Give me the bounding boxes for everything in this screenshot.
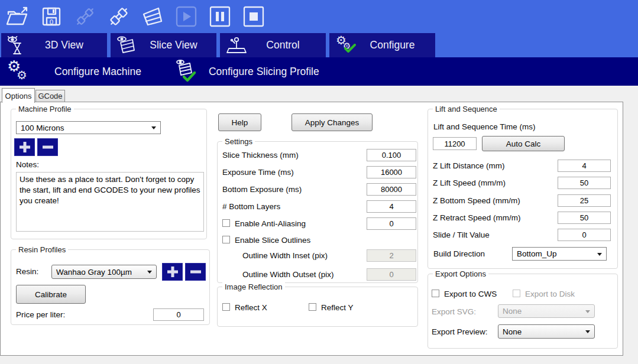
subnav-label: Configure Slicing Profile bbox=[209, 66, 319, 78]
resin-profiles-group: Resin Profiles Resin: Wanhao Gray 100µm … bbox=[11, 249, 210, 325]
z-retract-speed-label: Z Retract Speed (mm/m) bbox=[433, 213, 521, 222]
export-preview-label: Export Preview: bbox=[432, 327, 488, 336]
bottom-exposure-input[interactable] bbox=[367, 183, 416, 196]
chevron-down-icon bbox=[585, 310, 590, 313]
export-to-disk-label: Export to Disk bbox=[525, 290, 575, 298]
settings-group: Settings Slice Thickness (mm) Exposure T… bbox=[217, 141, 418, 283]
selected-resin: Wanhao Gray 100µm bbox=[56, 268, 132, 277]
z-retract-speed-input[interactable] bbox=[558, 212, 611, 224]
tab-gcode[interactable]: GCode bbox=[35, 90, 65, 102]
slice-icon[interactable] bbox=[140, 4, 166, 29]
save-icon[interactable]: 0 bbox=[38, 4, 64, 29]
subnav-configure-machine[interactable]: ⚙ ⚙ Configure Machine bbox=[7, 58, 141, 84]
chevron-down-icon bbox=[585, 330, 590, 333]
outline-inset-row: Outline Width Inset (pix) bbox=[222, 249, 413, 262]
bottom-exposure-row: Bottom Exposure (ms) bbox=[222, 183, 413, 196]
outline-inset-input bbox=[367, 249, 416, 262]
calibrate-button[interactable]: Calibrate bbox=[16, 285, 86, 304]
tab-options[interactable]: Options bbox=[2, 88, 35, 103]
exposure-time-input[interactable] bbox=[367, 166, 416, 178]
reflect-x-label: Reflect X bbox=[235, 303, 267, 312]
z-lift-speed-input[interactable] bbox=[558, 177, 611, 189]
z-retract-speed-row: Z Retract Speed (mm/m) bbox=[433, 212, 613, 225]
reflect-y-checkbox[interactable] bbox=[309, 303, 316, 311]
subnav-label: Configure Machine bbox=[54, 66, 141, 78]
build-direction-select[interactable]: Bottom_Up bbox=[512, 247, 607, 261]
slice-thickness-input[interactable] bbox=[367, 149, 416, 161]
machine-profile-group: Machine Profile 100 Microns Notes: Use t… bbox=[11, 109, 207, 239]
selected-machine-profile: 100 Microns bbox=[21, 124, 64, 132]
stop-icon[interactable] bbox=[241, 4, 267, 29]
subnav-configure-slicing-profile[interactable]: Configure Slicing Profile bbox=[174, 58, 319, 84]
tab-label: Control bbox=[266, 39, 299, 51]
z-bottom-speed-label: Z Bottom Speed (mm/m) bbox=[433, 196, 520, 205]
export-to-cws-label: Export to CWS bbox=[444, 290, 497, 298]
tab-label: 3D View bbox=[45, 39, 83, 51]
enable-slice-outlines-checkbox[interactable] bbox=[222, 236, 230, 243]
plus-icon bbox=[166, 265, 179, 278]
remove-machine-profile-button[interactable] bbox=[37, 138, 58, 156]
lift-sequence-time-input[interactable] bbox=[433, 137, 477, 150]
slice-thickness-row: Slice Thickness (mm) bbox=[222, 149, 413, 162]
add-resin-button[interactable] bbox=[162, 263, 183, 281]
slice-thickness-label: Slice Thickness (mm) bbox=[222, 151, 299, 160]
export-to-cws-checkbox[interactable] bbox=[432, 290, 439, 297]
export-preview-select[interactable]: None bbox=[498, 324, 595, 339]
remove-resin-button[interactable] bbox=[185, 263, 206, 281]
svg-text:0: 0 bbox=[50, 18, 54, 26]
pause-icon[interactable] bbox=[207, 4, 233, 29]
z-lift-distance-input[interactable] bbox=[558, 160, 611, 172]
z-lift-speed-row: Z Lift Speed (mm/m) bbox=[433, 177, 613, 190]
slide-tilt-input[interactable] bbox=[558, 229, 611, 241]
open-file-icon[interactable] bbox=[5, 4, 31, 29]
selected-build-direction: Bottom_Up bbox=[517, 249, 557, 258]
chevron-down-icon bbox=[151, 126, 156, 129]
lift-sequence-time-label: Lift and Sequence Time (ms) bbox=[433, 122, 536, 131]
group-label: Export Options bbox=[433, 269, 488, 278]
export-svg-select: None bbox=[498, 304, 595, 318]
tab-label: Configure bbox=[370, 39, 415, 51]
z-lift-speed-label: Z Lift Speed (mm/m) bbox=[433, 178, 506, 187]
enable-anti-aliasing-checkbox[interactable] bbox=[222, 219, 230, 227]
joystick-icon bbox=[226, 36, 248, 58]
price-per-liter-label: Price per liter: bbox=[16, 310, 65, 319]
group-label: Image Reflection bbox=[222, 282, 285, 291]
help-button[interactable]: Help bbox=[218, 113, 261, 131]
auto-calc-button[interactable]: Auto Calc bbox=[482, 136, 565, 151]
price-per-liter-input[interactable] bbox=[153, 308, 204, 321]
anti-aliasing-row: Enable Anti-Aliasing bbox=[222, 217, 413, 230]
apply-changes-button[interactable]: Apply Changes bbox=[292, 113, 373, 131]
bottom-layers-label: # Bottom Layers bbox=[222, 202, 280, 211]
enable-slice-outlines-label: Enable Slice Outlines bbox=[235, 236, 310, 245]
z-bottom-speed-input[interactable] bbox=[558, 194, 611, 207]
slide-tilt-label: Slide / Tilt Value bbox=[433, 230, 490, 239]
add-machine-profile-button[interactable] bbox=[14, 138, 35, 156]
z-lift-distance-label: Z Lift Distance (mm) bbox=[433, 161, 505, 170]
export-options-group: Export Options Export to CWS Export to D… bbox=[428, 274, 618, 349]
notes-textarea[interactable]: Use these as a place to start. Don't for… bbox=[16, 172, 204, 232]
machine-profile-select[interactable]: 100 Microns bbox=[16, 121, 161, 134]
selected-export-preview: None bbox=[503, 327, 522, 336]
outline-inset-label: Outline Width Inset (pix) bbox=[242, 251, 328, 260]
lift-and-sequence-group: Lift and Sequence Lift and Sequence Time… bbox=[428, 109, 618, 269]
group-label: Settings bbox=[222, 137, 255, 146]
tab-label: Slice View bbox=[150, 39, 197, 51]
bottom-layers-row: # Bottom Layers bbox=[222, 200, 413, 213]
tab-slice-view[interactable]: Slice View bbox=[111, 33, 216, 57]
image-reflection-group: Image Reflection Reflect X Reflect Y bbox=[217, 287, 418, 327]
connect-icon[interactable] bbox=[106, 4, 132, 29]
reflect-x-checkbox[interactable] bbox=[222, 303, 230, 311]
play-icon bbox=[173, 4, 199, 29]
minus-icon bbox=[189, 265, 202, 278]
resin-select[interactable]: Wanhao Gray 100µm bbox=[51, 265, 157, 279]
bottom-exposure-label: Bottom Exposure (ms) bbox=[222, 185, 302, 194]
z-lift-distance-row: Z Lift Distance (mm) bbox=[433, 160, 613, 173]
tab-configure[interactable]: ⚙ ⚙ Configure bbox=[329, 33, 435, 57]
chevron-down-icon bbox=[597, 253, 602, 256]
outline-outset-row: Outline Width Outset (pix) bbox=[222, 268, 413, 281]
bottom-layers-input[interactable] bbox=[367, 200, 416, 213]
tab-3d-view[interactable]: 3D View bbox=[1, 33, 107, 57]
resin-label: Resin: bbox=[16, 267, 38, 276]
tab-control[interactable]: Control bbox=[220, 33, 326, 57]
anti-aliasing-value-input[interactable] bbox=[367, 217, 416, 230]
